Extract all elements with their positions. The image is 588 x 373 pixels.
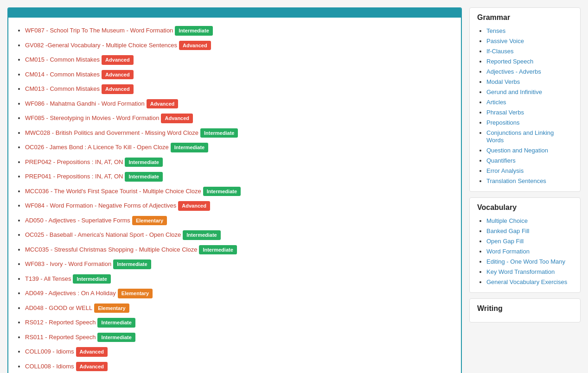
sidebar-link[interactable]: Passive Voice xyxy=(486,38,524,44)
sidebar-list-item: Key Word Transformation xyxy=(486,266,573,277)
sidebar-list-item: Editing - One Word Too Many xyxy=(486,256,573,266)
sidebar-link[interactable]: Articles xyxy=(486,99,506,106)
sidebar-link[interactable]: General Vocabulary Exercises xyxy=(486,278,567,285)
sidebar-list-item: Adjectives - Adverbs xyxy=(486,66,573,76)
exercise-link[interactable]: T139 - All Tenses xyxy=(25,275,71,282)
sidebar-link[interactable]: Translation Sentences xyxy=(486,177,546,184)
sidebar-link[interactable]: Prepositions xyxy=(486,119,520,126)
exercise-link[interactable]: COLL008 - Idioms xyxy=(25,363,74,370)
exercise-link[interactable]: CM015 - Common Mistakes xyxy=(25,56,100,63)
sidebar-list-item: Tenses xyxy=(486,25,573,36)
level-badge: Advanced xyxy=(178,201,210,211)
sidebar-section-title: Writing xyxy=(477,304,573,313)
sidebar-link[interactable]: If-Clauses xyxy=(486,48,514,55)
list-item: WF086 - Mahatma Gandhi - Word FormationA… xyxy=(25,96,454,111)
level-badge: Intermediate xyxy=(171,143,208,152)
new-exercises-header xyxy=(8,8,461,18)
exercise-link[interactable]: OC026 - James Bond : A Licence To Kill -… xyxy=(25,144,169,151)
sidebar-list-item: Multiple Choice xyxy=(486,215,573,226)
list-item: MCC035 - Stressful Christmas Shopping - … xyxy=(25,242,454,257)
level-badge: Advanced xyxy=(76,362,108,372)
level-badge: Advanced xyxy=(102,55,134,65)
sidebar-link[interactable]: Quantifiers xyxy=(486,157,516,164)
sidebar: GrammarTensesPassive VoiceIf-ClausesRepo… xyxy=(469,7,581,373)
sidebar-list-item: Reported Speech xyxy=(486,56,573,66)
sidebar-list-item: General Vocabulary Exercises xyxy=(486,277,573,287)
sidebar-link[interactable]: Multiple Choice xyxy=(486,217,528,224)
exercise-link[interactable]: PREP042 - Prepositions : IN, AT, ON xyxy=(25,158,123,165)
exercise-link[interactable]: AD049 - Adjectives : On A Holiday xyxy=(25,290,116,297)
sidebar-list-item: Conjunctions and Linking Words xyxy=(486,127,573,145)
exercise-link[interactable]: MWC028 - British Politics and Government… xyxy=(25,129,198,136)
level-badge: Intermediate xyxy=(183,230,220,240)
sidebar-link[interactable]: Adjectives - Adverbs xyxy=(486,68,541,75)
exercise-link[interactable]: AD048 - GOOD or WELL xyxy=(25,304,92,311)
exercise-link[interactable]: WF086 - Mahatma Gandhi - Word Formation xyxy=(25,100,145,107)
exercise-link[interactable]: WF087 - School Trip To The Museum - Word… xyxy=(25,27,173,34)
sidebar-link[interactable]: Open Gap Fill xyxy=(486,238,524,245)
sidebar-link[interactable]: Word Formation xyxy=(486,248,530,255)
sidebar-link[interactable]: Conjunctions and Linking Words xyxy=(486,129,554,144)
sidebar-list: TensesPassive VoiceIf-ClausesReported Sp… xyxy=(477,25,573,186)
level-badge: Advanced xyxy=(76,347,108,357)
level-badge: Intermediate xyxy=(73,274,110,284)
level-badge: Intermediate xyxy=(203,187,241,196)
sidebar-link[interactable]: Reported Speech xyxy=(486,58,533,65)
sidebar-link[interactable]: Tenses xyxy=(486,27,505,34)
sidebar-link[interactable]: Gerund and Infinitive xyxy=(486,89,542,95)
list-item: CM014 - Common MistakesAdvanced xyxy=(25,67,454,82)
exercise-link[interactable]: GV082 -General Vocabulary - Multiple Cho… xyxy=(25,42,177,49)
level-badge: Intermediate xyxy=(125,158,162,167)
level-badge: Advanced xyxy=(179,41,211,51)
sidebar-list-item: Banked Gap Fill xyxy=(486,226,573,236)
list-item: COLL009 - IdiomsAdvanced xyxy=(25,344,454,359)
sidebar-list-item: Word Formation xyxy=(486,246,573,256)
exercise-list: WF087 - School Trip To The Museum - Word… xyxy=(8,18,461,373)
sidebar-list-item: Question and Negation xyxy=(486,145,573,155)
list-item: T139 - All TensesIntermediate xyxy=(25,272,454,286)
list-item: MWC028 - British Politics and Government… xyxy=(25,126,454,140)
sidebar-link[interactable]: Phrasal Verbs xyxy=(486,109,524,116)
list-item: WF087 - School Trip To The Museum - Word… xyxy=(25,23,454,38)
sidebar-link[interactable]: Key Word Transformation xyxy=(486,268,555,275)
sidebar-section: VocabularyMultiple ChoiceBanked Gap Fill… xyxy=(469,197,581,293)
sidebar-link[interactable]: Editing - One Word Too Many xyxy=(486,258,565,265)
exercise-link[interactable]: CM014 - Common Mistakes xyxy=(25,71,100,78)
list-item: WF083 - Ivory - Word FormationIntermedia… xyxy=(25,257,454,272)
level-badge: Advanced xyxy=(147,99,179,109)
exercise-link[interactable]: RS011 - Reported Speech xyxy=(25,334,96,341)
exercise-link[interactable]: AD050 - Adjectives - Superlative Forms xyxy=(25,217,130,224)
exercise-link[interactable]: RS012 - Reported Speech xyxy=(25,319,96,326)
sidebar-list-item: Error Analysis xyxy=(486,165,573,176)
level-badge: Intermediate xyxy=(97,318,135,328)
list-item: COLL008 - IdiomsAdvanced xyxy=(25,359,454,373)
sidebar-list-item: Phrasal Verbs xyxy=(486,107,573,117)
sidebar-list-item: Quantifiers xyxy=(486,155,573,165)
sidebar-list-item: Modal Verbs xyxy=(486,76,573,87)
list-item: WF084 - Word Formation - Negative Forms … xyxy=(25,198,454,213)
exercise-link[interactable]: OC025 - Baseball - America's National Sp… xyxy=(25,231,181,238)
level-badge: Elementary xyxy=(94,303,129,313)
exercise-link[interactable]: PREP041 - Prepositions : IN, AT, ON xyxy=(25,173,123,180)
level-badge: Intermediate xyxy=(113,259,151,269)
exercise-link[interactable]: WF084 - Word Formation - Negative Forms … xyxy=(25,202,176,209)
sidebar-list-item: Translation Sentences xyxy=(486,176,573,186)
list-item: PREP041 - Prepositions : IN, AT, ONInter… xyxy=(25,169,454,184)
exercise-link[interactable]: WF085 - Stereotyping in Movies - Word Fo… xyxy=(25,114,159,121)
level-badge: Advanced xyxy=(102,84,134,94)
sidebar-link[interactable]: Banked Gap Fill xyxy=(486,228,530,234)
level-badge: Intermediate xyxy=(200,128,238,138)
exercise-link[interactable]: COLL009 - Idioms xyxy=(25,348,74,355)
sidebar-list-item: Gerund and Infinitive xyxy=(486,87,573,97)
exercise-link[interactable]: WF083 - Ivory - Word Formation xyxy=(25,260,111,267)
list-item: GV082 -General Vocabulary - Multiple Cho… xyxy=(25,38,454,53)
sidebar-link[interactable]: Error Analysis xyxy=(486,167,524,174)
exercise-link[interactable]: MCC036 - The World's First Space Tourist… xyxy=(25,188,201,195)
exercise-link[interactable]: MCC035 - Stressful Christmas Shopping - … xyxy=(25,246,197,253)
sidebar-link[interactable]: Question and Negation xyxy=(486,147,548,154)
sidebar-link[interactable]: Modal Verbs xyxy=(486,78,520,85)
level-badge: Elementary xyxy=(118,289,153,298)
list-item: AD049 - Adjectives : On A HolidayElement… xyxy=(25,286,454,301)
list-item: OC025 - Baseball - America's National Sp… xyxy=(25,228,454,242)
exercise-link[interactable]: CM013 - Common Mistakes xyxy=(25,85,100,92)
